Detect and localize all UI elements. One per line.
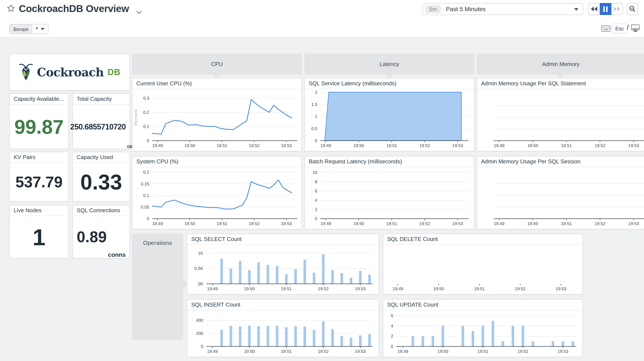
logo-word: Cockroach	[37, 66, 104, 79]
page-title[interactable]: CockroachDB Overview	[19, 3, 129, 14]
chart-title: Admin Memory Usage Per SQL Session	[477, 156, 644, 167]
svg-text:19:50: 19:50	[353, 143, 364, 148]
svg-text:19:51: 19:51	[561, 143, 572, 148]
chart-card-sql-service-latency: SQL Service Latency (milliseconds) 00.51…	[304, 78, 474, 151]
chart-card-sql-update-count: SQL UPDATE Count 024619:4919:5019:5119:5…	[383, 299, 583, 357]
group-header-admin-memory[interactable]: Admin Memory	[477, 54, 644, 74]
chart-plot-sql-select-count[interactable]: 0K0.5K1K19:4919:5019:5119:5219:53	[187, 244, 378, 294]
chart-card-sql-insert-count: SQL INSERT Count 020040019:4919:5019:511…	[187, 299, 379, 357]
svg-text:19:52: 19:52	[515, 286, 526, 291]
stat-title: Total Capacity	[73, 94, 130, 104]
chart-title: SQL Service Latency (milliseconds)	[305, 78, 474, 89]
favorite-star-icon[interactable]	[7, 4, 15, 14]
title-chevron-down-icon[interactable]	[136, 8, 142, 16]
svg-text:19:52: 19:52	[249, 221, 260, 226]
svg-text:19:49: 19:49	[494, 221, 504, 226]
svg-text:19:50: 19:50	[244, 349, 255, 354]
stat-total-capacity[interactable]: Total Capacity 250.6855710720GB	[72, 94, 130, 149]
magnifier-minus-icon	[629, 6, 636, 12]
svg-text:200: 200	[196, 331, 203, 336]
chart-plot-system-cpu[interactable]: 00.050.10.150.219:4919:5019:5119:5219:53	[132, 167, 302, 229]
stat-title: Live Nodes	[10, 205, 68, 216]
svg-text:19:52: 19:52	[595, 143, 606, 148]
stat-value: 0.33	[80, 171, 122, 193]
svg-text:19:51: 19:51	[386, 143, 397, 148]
chart-title: SQL UPDATE Count	[383, 300, 582, 310]
dashboard-root: CockroachDB Overview $scope * 5m Past 5 …	[0, 0, 644, 361]
scope-var-value: *	[36, 26, 38, 32]
svg-text:19:52: 19:52	[249, 143, 260, 148]
stat-live-nodes[interactable]: Live Nodes 1	[10, 205, 68, 258]
zoom-out-button[interactable]	[627, 3, 638, 15]
chart-plot-batch-request-latency[interactable]: 024681019:4919:5019:5119:5219:53	[305, 167, 474, 229]
svg-text:19:50: 19:50	[244, 286, 255, 291]
time-range-select[interactable]: 5m Past 5 Minutes	[422, 3, 583, 15]
backward-button[interactable]	[588, 3, 600, 15]
group-header-operations[interactable]: Operations	[132, 234, 183, 340]
scope-caret-icon	[41, 28, 44, 30]
svg-text:19:49: 19:49	[320, 221, 331, 226]
keyboard-icon	[601, 25, 610, 34]
svg-text:19:49: 19:49	[152, 143, 163, 148]
svg-text:0.1: 0.1	[143, 193, 149, 198]
forward-button[interactable]	[612, 3, 623, 15]
stat-kv-pairs[interactable]: KV Pairs 537.79	[10, 152, 68, 202]
tv-mode-icon[interactable]	[631, 24, 640, 34]
chart-plot-sql-delete-count[interactable]: 19:4919:5019:5119:5219:53	[383, 244, 582, 294]
chart-title: SQL SELECT Count	[187, 234, 378, 245]
svg-text:19:51: 19:51	[474, 286, 485, 291]
svg-text:0: 0	[391, 344, 393, 349]
svg-text:19:52: 19:52	[318, 286, 329, 291]
top-bar: CockroachDB Overview $scope * 5m Past 5 …	[0, 0, 644, 37]
svg-text:0K: 0K	[198, 282, 204, 286]
logo-suffix: DB	[108, 67, 120, 77]
chart-plot-sql-service-latency[interactable]: 00.511.5219:4919:5019:5119:5219:53	[305, 89, 474, 151]
svg-text:19:50: 19:50	[353, 221, 364, 226]
svg-text:19:49: 19:49	[207, 349, 218, 354]
cockroachdb-logo-card[interactable]: Cockroach DB	[10, 54, 130, 90]
stat-capacity-available[interactable]: Capacity Available... 99.87	[10, 94, 68, 149]
stat-sql-connections[interactable]: SQL Connections 0.89conns	[72, 205, 130, 258]
esc-key-button[interactable]: Esc	[612, 24, 627, 34]
stat-title: KV Pairs	[10, 152, 68, 163]
chart-plot-admin-memory-statement[interactable]: 19:4919:5019:5119:5219:53	[477, 89, 644, 151]
svg-text:19:49: 19:49	[152, 221, 163, 226]
svg-text:0.05: 0.05	[141, 205, 149, 210]
stat-title: Capacity Used	[73, 152, 130, 163]
stat-value: 250.6855710720	[70, 123, 126, 130]
group-label: Operations	[132, 234, 183, 246]
svg-text:0.5K: 0.5K	[194, 266, 204, 271]
svg-text:19:53: 19:53	[628, 221, 639, 226]
time-range-badge: 5m	[425, 5, 441, 13]
chart-title: SQL DELETE Count	[383, 234, 582, 245]
svg-text:19:51: 19:51	[478, 349, 488, 354]
svg-text:19:49: 19:49	[398, 349, 408, 354]
stat-title: SQL Connections	[73, 205, 130, 216]
chart-plot-sql-insert-count[interactable]: 020040019:4919:5019:5119:5219:53	[187, 310, 378, 357]
svg-text:0.2: 0.2	[143, 170, 149, 174]
chart-plot-current-user-cpu[interactable]: 00.10.20.319:4919:5019:5119:5219:53Perce…	[132, 89, 302, 151]
svg-text:4: 4	[391, 324, 393, 328]
group-header-latency[interactable]: Latency	[304, 54, 474, 74]
svg-text:19:49: 19:49	[494, 143, 504, 148]
chart-card-sql-select-count: SQL SELECT Count 0K0.5K1K19:4919:5019:51…	[187, 234, 379, 294]
template-variable-scope[interactable]: $scope *	[10, 24, 48, 34]
svg-text:0: 0	[147, 138, 149, 143]
svg-text:19:53: 19:53	[281, 221, 292, 226]
group-header-cpu[interactable]: CPU	[132, 54, 302, 74]
pause-button[interactable]	[600, 3, 612, 15]
svg-text:19:50: 19:50	[528, 221, 538, 226]
svg-text:1K: 1K	[198, 251, 204, 256]
chart-plot-admin-memory-session[interactable]: 19:4919:5019:5119:5219:53	[477, 167, 644, 229]
svg-text:6: 6	[391, 313, 393, 318]
svg-text:19:53: 19:53	[355, 286, 366, 291]
playback-controls	[588, 3, 623, 15]
chart-plot-sql-update-count[interactable]: 024619:4919:5019:5119:5219:53	[383, 310, 582, 357]
cockroach-bug-icon	[19, 62, 33, 82]
chart-card-admin-memory-statement: Admin Memory Usage Per SQL Statement 19:…	[477, 78, 644, 151]
svg-text:19:50: 19:50	[438, 349, 448, 354]
rewind-icon	[591, 6, 597, 12]
svg-text:19:52: 19:52	[419, 143, 430, 148]
stat-capacity-used[interactable]: Capacity Used 0.33	[72, 152, 130, 202]
stat-title: Capacity Available...	[10, 94, 68, 104]
